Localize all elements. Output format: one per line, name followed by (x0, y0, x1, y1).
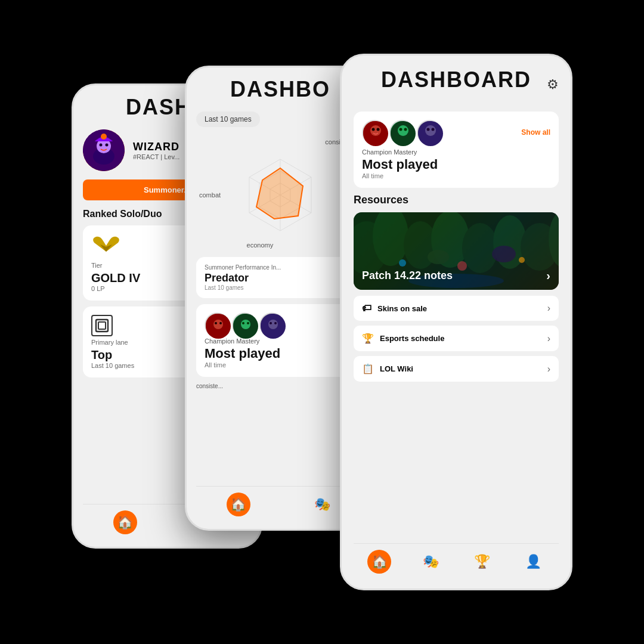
phone1-username: WIZARD (133, 141, 179, 153)
phone2-mastery-card: Champion Mastery Most played All time (196, 304, 364, 377)
patch-overlay: Patch 14.22 notes › (354, 262, 559, 290)
phone2-champ-1 (205, 312, 230, 338)
phone3-mastery-label: Champion Mastery (362, 148, 550, 156)
svg-point-22 (247, 322, 249, 324)
phone3-champ-2 (389, 120, 414, 145)
svg-point-3 (100, 144, 103, 147)
phone2-radar: consisten... combat economy (196, 135, 364, 255)
phone3-mastery-card: Show all Champion Mastery Most played Al… (354, 112, 559, 188)
esports-icon: 🏆 (362, 333, 374, 344)
phone2-combat-label: combat (199, 191, 221, 199)
svg-point-33 (400, 128, 402, 131)
phone3-show-all[interactable]: Show all (521, 128, 550, 137)
phone3-mastery-sub: All time (362, 172, 550, 179)
phone2-perf-card: Summoner Performance In... Predator Last… (196, 257, 364, 298)
phone2-perf-title: Predator (205, 272, 356, 284)
phone1-tag: #REACT | Lev... (133, 153, 179, 160)
phone2-economy-label: economy (247, 242, 274, 249)
phone2-champ-2 (232, 312, 257, 338)
wiki-row-left: 📋 LOL Wiki (362, 363, 413, 374)
wiki-icon: 📋 (362, 363, 374, 374)
phone3-bottom-nav: 🏠 🎭 🏆 👤 (354, 543, 559, 577)
phone3-champ-1 (362, 120, 387, 145)
svg-point-16 (213, 320, 223, 329)
phone2-title: DASHBO (196, 77, 364, 102)
phone3-mastery-row: Show all (362, 120, 550, 145)
phone2-champ-3 (259, 312, 284, 338)
phone2-perf-sub: Last 10 games (205, 284, 356, 291)
svg-point-24 (268, 320, 278, 329)
phone3-champion-avatars (362, 120, 442, 145)
skins-chevron-icon: › (547, 303, 550, 314)
svg-point-29 (372, 128, 375, 131)
phone3-wiki-row[interactable]: 📋 LOL Wiki › (354, 356, 559, 382)
phone-3: DASHBOARD ⚙ (340, 54, 572, 590)
svg-point-18 (219, 322, 222, 324)
svg-point-25 (270, 322, 272, 324)
phone3-skins-row[interactable]: 🏷 Skins on sale › (354, 296, 559, 321)
svg-point-34 (404, 128, 407, 131)
phone3-champions-nav[interactable]: 🎭 (419, 550, 442, 574)
svg-point-17 (215, 322, 217, 324)
phone2-last-games: Last 10 games (196, 112, 260, 127)
phone3-title-row: DASHBOARD ⚙ (354, 67, 559, 102)
phone3-champ-3 (417, 120, 442, 145)
phone2-champions-nav[interactable]: 🎭 (311, 493, 335, 516)
avatar-image (83, 129, 125, 171)
svg-point-38 (432, 128, 435, 131)
phone2-mastery-sub: All time (205, 361, 356, 369)
svg-point-36 (425, 125, 436, 136)
svg-point-4 (106, 144, 109, 147)
avatar (83, 129, 125, 171)
svg-point-30 (377, 128, 380, 131)
phone2-radar-bottom: consiste... (196, 383, 364, 389)
phone2-bottom-nav: 🏠 🎭 (196, 486, 364, 519)
lane-icon (91, 315, 113, 336)
wiki-label: LOL Wiki (380, 364, 413, 373)
phone2-champion-avatars (205, 312, 356, 338)
wiki-chevron-icon: › (547, 364, 550, 374)
esports-label: Esports schedule (380, 334, 444, 343)
svg-point-20 (241, 320, 250, 329)
esports-row-left: 🏆 Esports schedule (362, 333, 444, 344)
phone3-patch-card[interactable]: Patch 14.22 notes › (354, 212, 559, 290)
gear-icon[interactable]: ⚙ (547, 77, 559, 92)
phone3-esports-row[interactable]: 🏆 Esports schedule › (354, 326, 559, 351)
svg-point-5 (101, 134, 107, 140)
svg-point-37 (427, 128, 430, 131)
phone3-mastery-title: Most played (362, 157, 550, 172)
svg-point-26 (274, 322, 277, 324)
phone1-profile-info: WIZARD #REACT | Lev... (133, 141, 179, 160)
svg-marker-14 (256, 168, 303, 219)
skins-label: Skins on sale (377, 304, 427, 313)
phone3-profile-nav[interactable]: 👤 (521, 550, 545, 574)
phone2-perf-label: Summoner Performance In... (205, 264, 356, 271)
phone-3-content: DASHBOARD ⚙ (342, 55, 571, 589)
radar-svg (227, 141, 334, 249)
svg-rect-7 (98, 322, 106, 329)
svg-point-32 (398, 125, 408, 136)
svg-point-21 (242, 322, 244, 324)
patch-arrow-icon: › (546, 269, 550, 283)
phone3-title: DASHBOARD (381, 67, 531, 92)
phone3-home-nav[interactable]: 🏠 (367, 550, 391, 574)
phone3-patch-title: Patch 14.22 notes (362, 270, 453, 282)
phone2-mastery-title: Most played (205, 346, 356, 361)
phone3-esports-nav[interactable]: 🏆 (470, 550, 494, 574)
esports-chevron-icon: › (547, 333, 550, 344)
svg-point-53 (492, 246, 516, 262)
skins-icon: 🏷 (362, 303, 371, 314)
phone2-home-nav[interactable]: 🏠 (227, 493, 250, 516)
phones-container: DASHB (54, 48, 590, 596)
phone3-resources-title: Resources (354, 194, 559, 206)
phone1-home-nav[interactable]: 🏠 (113, 510, 137, 534)
skins-row-left: 🏷 Skins on sale (362, 303, 427, 314)
